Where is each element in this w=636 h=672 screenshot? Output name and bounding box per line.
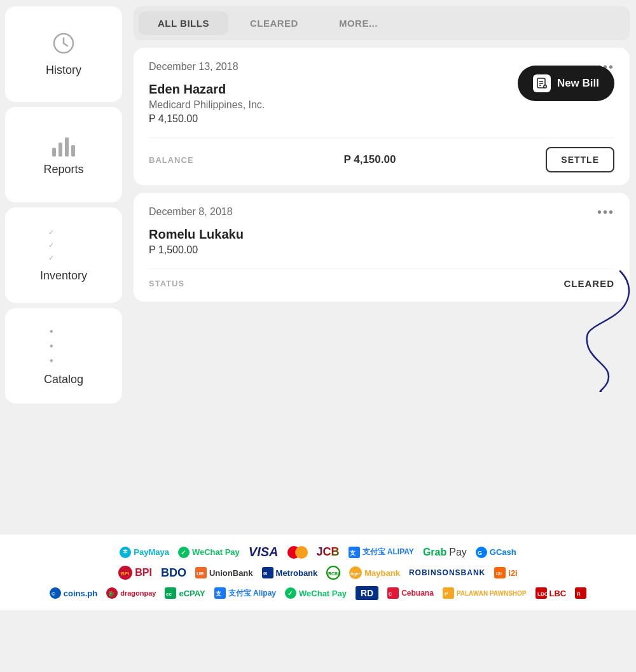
balance-value-1: P 4,150.00 (343, 153, 396, 166)
bill-amount-2: P 1,500.00 (149, 244, 614, 256)
bill-card-2: December 8, 2018 ••• Romelu Lukaku P 1,5… (134, 193, 630, 302)
sidebar: History Reports (0, 0, 127, 535)
bill-date-1: December 13, 2018 (149, 61, 238, 73)
inventory-label: Inventory (40, 269, 87, 283)
payment-logos-section: PayMaya ✓ WeChat Pay VISA JCB 支 支付宝 ALIP… (0, 535, 636, 610)
bdo-logo: BDO (161, 566, 186, 580)
svg-text:LBC: LBC (537, 591, 547, 597)
clock-icon (52, 32, 75, 57)
svg-text:tiger: tiger (350, 571, 360, 577)
svg-text:P: P (445, 591, 448, 597)
main-content: ALL BILLS CLEARED MORE... December 13, 2… (127, 0, 636, 308)
tab-more[interactable]: MORE... (320, 11, 397, 35)
svg-text:G: G (478, 550, 482, 556)
checklist-icon (48, 228, 79, 263)
svg-text:C: C (389, 592, 392, 596)
palawan-logo: P PALAWAN PAWNSHOP (443, 587, 527, 599)
svg-line-2 (64, 43, 67, 46)
status-label-2: STATUS (149, 279, 184, 288)
logos-row-3: © coins.ph 🐉 dragonpay ec eCPAY 支 支付宝 Al… (13, 586, 623, 600)
catalog-icon (50, 326, 78, 367)
logos-row-2: BPI BPI BDO UB UnionBank ✉ Metrobank RCB… (13, 566, 623, 580)
new-bill-icon (533, 74, 551, 92)
svg-text:🐉: 🐉 (108, 591, 114, 597)
tab-cleared[interactable]: CLEARED (231, 11, 317, 35)
dragonpay-logo: 🐉 dragonpay (106, 587, 156, 599)
catalog-label: Catalog (44, 373, 83, 386)
svg-text:ec: ec (166, 591, 172, 597)
svg-text:i2i: i2i (496, 571, 502, 577)
sidebar-item-catalog[interactable]: Catalog (5, 308, 122, 403)
svg-text:UB: UB (197, 571, 204, 577)
svg-text:©: © (52, 591, 55, 597)
svg-text:BPI: BPI (121, 571, 129, 577)
ecpay-logo: ec eCPAY (165, 587, 205, 599)
new-bill-button[interactable]: New Bill (518, 66, 614, 101)
history-label: History (46, 64, 81, 77)
cebuana-logo: C Cebuana (387, 587, 434, 599)
bill-amount-1: P 4,150.00 (149, 113, 614, 125)
visa-logo: VISA (249, 545, 279, 559)
svg-text:✉: ✉ (263, 571, 267, 576)
coinsph-logo: © coins.ph (50, 587, 97, 599)
logos-row-1: PayMaya ✓ WeChat Pay VISA JCB 支 支付宝 ALIP… (13, 545, 623, 559)
sidebar-item-reports[interactable]: Reports (5, 107, 122, 202)
metrobank-logo: ✉ Metrobank (262, 567, 318, 578)
bill-footer-1: BALANCE P 4,150.00 SETTLE (149, 137, 614, 172)
sidebar-item-history[interactable]: History (5, 6, 122, 102)
robinsonsbank-logo: ROBINSONSBANK (409, 568, 485, 577)
balance-label-1: BALANCE (149, 155, 194, 165)
rd-logo: RD (356, 586, 378, 600)
unionbank-logo: UB UnionBank (195, 567, 253, 578)
svg-text:✓: ✓ (287, 590, 293, 597)
swirl-decoration (569, 265, 633, 395)
bill-date-2: December 8, 2018 (149, 206, 233, 218)
jcb-logo: JCB (317, 545, 340, 559)
settle-button-1[interactable]: SETTLE (546, 147, 614, 172)
more-options-btn-2[interactable]: ••• (597, 206, 614, 218)
bpi-logo: BPI BPI (118, 566, 152, 580)
bill-name-2: Romelu Lukaku (149, 227, 614, 242)
svg-text:✓: ✓ (181, 549, 186, 556)
alipay-logo: 支 支付宝 ALIPAY (349, 547, 414, 558)
tab-all-bills[interactable]: ALL BILLS (139, 11, 228, 35)
svg-text:R: R (577, 591, 581, 597)
bar-chart-icon (52, 134, 75, 157)
svg-text:RCBC: RCBC (328, 571, 340, 576)
tab-bar: ALL BILLS CLEARED MORE... (134, 6, 630, 40)
reports-label: Reports (43, 163, 83, 176)
bill-footer-2: STATUS CLEARED (149, 269, 614, 289)
bill-card-1: December 13, 2018 ••• Eden Hazard Medica… (134, 48, 630, 185)
ruralnet-logo: R (575, 587, 586, 599)
svg-text:支: 支 (216, 591, 222, 597)
bill-card-2-header: December 8, 2018 ••• (149, 206, 614, 218)
lbc-logo: LBC LBC (536, 587, 567, 599)
sidebar-item-inventory[interactable]: Inventory (5, 207, 122, 303)
paymaya-logo: PayMaya (120, 547, 169, 558)
i2i-logo: i2i i2i (494, 567, 517, 578)
rcbc-logo: RCBC (326, 566, 340, 580)
wechatpay-logo: ✓ WeChat Pay (178, 547, 240, 558)
maybank-logo: tiger Maybank (349, 566, 400, 579)
gcash-logo: G GCash (476, 547, 516, 558)
svg-text:支: 支 (350, 550, 356, 556)
wechatpay2-logo: ✓ WeChat Pay (285, 587, 347, 599)
alipay2-logo: 支 支付宝 Alipay (214, 587, 276, 599)
grabpay-logo: GrabPay (423, 547, 467, 558)
new-bill-label: New Bill (557, 77, 599, 90)
mastercard-logo (287, 546, 308, 559)
